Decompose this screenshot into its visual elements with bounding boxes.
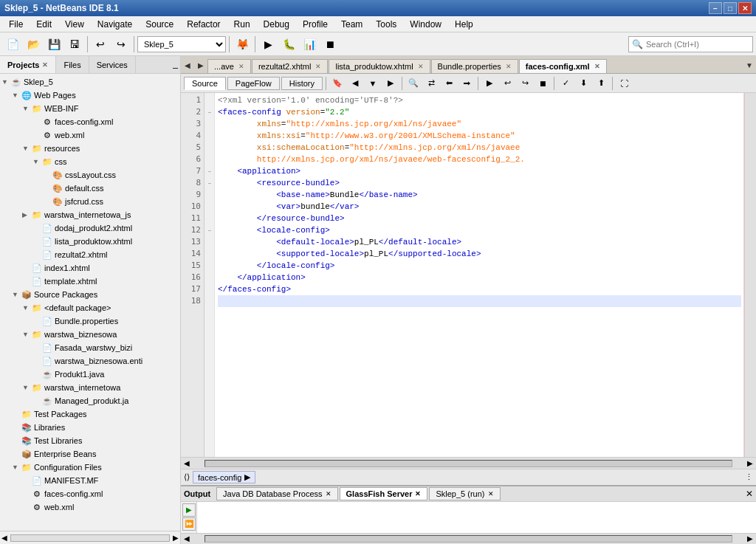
tree-item-16[interactable]: ▼📦Source Packages bbox=[1, 288, 179, 301]
tab-scroll-left[interactable]: ◀ bbox=[181, 57, 194, 73]
collapse-btn-12[interactable]: − bbox=[205, 224, 215, 236]
faces-bar-menu[interactable]: ⋮ bbox=[745, 472, 753, 482]
hscroll-track[interactable] bbox=[10, 534, 170, 542]
et-btn-5[interactable]: ⇄ bbox=[423, 76, 439, 91]
firefox-button[interactable]: 🦊 bbox=[233, 35, 252, 54]
hscroll-left[interactable]: ◀ bbox=[181, 459, 193, 467]
projects-tab-close[interactable]: ✕ bbox=[42, 61, 48, 69]
tree-item-24[interactable]: ☕Managed_produkt.ja bbox=[1, 394, 179, 407]
hscroll-right[interactable]: ▶ bbox=[744, 459, 756, 467]
history-tab[interactable]: History bbox=[281, 77, 323, 90]
menu-source[interactable]: Source bbox=[140, 18, 179, 31]
tree-item-21[interactable]: 📄warstwa_biznesowa.enti bbox=[1, 354, 179, 368]
tree-item-27[interactable]: 📚Test Libraries bbox=[1, 434, 179, 447]
et-btn-up[interactable]: ⬆ bbox=[593, 76, 609, 91]
tree-item-32[interactable]: ⚙web.xml bbox=[1, 500, 179, 514]
tree-item-3[interactable]: ⚙faces-config.xml bbox=[1, 115, 179, 128]
pageflow-tab[interactable]: PageFlow bbox=[227, 77, 280, 90]
sklep5-tab-close[interactable]: ✕ bbox=[488, 490, 494, 497]
et-btn-step[interactable]: ↩ bbox=[499, 76, 515, 91]
tree-item-23[interactable]: ▼📁warstwa_internetowa bbox=[1, 381, 179, 394]
tree-item-30[interactable]: 📄MANIFEST.MF bbox=[1, 474, 179, 487]
tree-item-9[interactable]: 🎨jsfcrud.css bbox=[1, 195, 179, 208]
et-btn-6[interactable]: ⬅ bbox=[441, 76, 457, 91]
search-input[interactable] bbox=[646, 40, 749, 49]
tree-item-8[interactable]: 🎨default.css bbox=[1, 182, 179, 195]
tree-item-7[interactable]: 🎨cssLayout.css bbox=[1, 168, 179, 182]
output-hscroll-left[interactable]: ◀ bbox=[181, 534, 193, 543]
et-btn-stop[interactable]: ⏹ bbox=[535, 76, 551, 91]
et-btn-check[interactable]: ✓ bbox=[557, 76, 574, 91]
et-btn-over[interactable]: ↪ bbox=[517, 76, 533, 91]
faces-config-tag[interactable]: faces-config ▶ bbox=[193, 471, 255, 483]
tab-rezultat2[interactable]: rezultat2.xhtml ✕ bbox=[252, 59, 329, 73]
et-btn-find[interactable]: 🔍 bbox=[405, 76, 422, 91]
open-button[interactable]: 📂 bbox=[24, 35, 43, 54]
et-btn-down[interactable]: ⬇ bbox=[575, 76, 591, 91]
output-hscroll[interactable]: ◀ ▶ bbox=[181, 533, 756, 544]
tab-ave-close[interactable]: ✕ bbox=[238, 63, 244, 70]
et-btn-expand[interactable]: ⛶ bbox=[616, 76, 632, 91]
debug-button[interactable]: 🐛 bbox=[279, 35, 298, 54]
maximize-button[interactable]: □ bbox=[724, 2, 737, 14]
tree-item-17[interactable]: ▼📁<default package> bbox=[1, 301, 179, 314]
minimize-button[interactable]: − bbox=[709, 2, 722, 14]
tree-item-5[interactable]: ▼📁resources bbox=[1, 142, 179, 155]
tree-item-10[interactable]: ▶📁warstwa_internetowa_js bbox=[1, 208, 179, 221]
menu-window[interactable]: Window bbox=[404, 18, 447, 31]
output-hscroll-right[interactable]: ▶ bbox=[744, 534, 756, 543]
undo-button[interactable]: ↩ bbox=[91, 35, 110, 54]
panel-collapse-btn[interactable]: _ bbox=[171, 56, 180, 73]
tabs-menu-btn[interactable]: ▼ bbox=[743, 57, 756, 73]
files-tab[interactable]: Files bbox=[56, 56, 89, 73]
services-tab[interactable]: Services bbox=[89, 56, 136, 73]
redo-button[interactable]: ↪ bbox=[111, 35, 131, 54]
tree-item-12[interactable]: 📄lista_produktow.xhtml bbox=[1, 235, 179, 248]
collapse-btn-2[interactable]: − bbox=[205, 106, 215, 118]
tree-item-11[interactable]: 📄dodaj_produkt2.xhtml bbox=[1, 221, 179, 235]
vertical-scrollbar[interactable] bbox=[744, 93, 756, 457]
source-tab[interactable]: Source bbox=[184, 77, 226, 90]
output-tab-javadb[interactable]: Java DB Database Process ✕ bbox=[216, 487, 338, 500]
stop-button[interactable]: ⏹ bbox=[320, 35, 340, 54]
tree-item-2[interactable]: ▼📁WEB-INF bbox=[1, 102, 179, 115]
tab-faces-config-close[interactable]: ✕ bbox=[594, 63, 600, 70]
tree-item-1[interactable]: ▼🌐Web Pages bbox=[1, 89, 179, 102]
tree-item-13[interactable]: 📄rezultat2.xhtml bbox=[1, 248, 179, 261]
save-all-button[interactable]: 🖫 bbox=[65, 35, 84, 54]
glassfish-tab-close[interactable]: ✕ bbox=[415, 490, 421, 497]
run-output-btn[interactable]: ▶ bbox=[182, 503, 196, 517]
output-close-btn[interactable]: ✕ bbox=[746, 489, 753, 499]
collapse-btn-8[interactable]: − bbox=[205, 177, 215, 189]
profile-button[interactable]: 📊 bbox=[300, 35, 319, 54]
projects-tab[interactable]: Projects ✕ bbox=[0, 56, 56, 73]
tab-bundle-close[interactable]: ✕ bbox=[506, 63, 512, 70]
new-file-button[interactable]: 📄 bbox=[3, 35, 22, 54]
et-btn-3[interactable]: ▼ bbox=[365, 76, 381, 91]
tree-item-14[interactable]: 📄index1.xhtml bbox=[1, 261, 179, 275]
scroll-left-btn[interactable]: ◀ bbox=[0, 534, 9, 542]
output-hscroll-track[interactable] bbox=[205, 535, 732, 543]
left-panel-hscroll[interactable]: ◀ ▶ bbox=[0, 531, 180, 544]
menu-debug[interactable]: Debug bbox=[258, 18, 295, 31]
close-button[interactable]: ✕ bbox=[738, 2, 752, 14]
tab-scroll-right[interactable]: ▶ bbox=[194, 57, 207, 73]
menu-tools[interactable]: Tools bbox=[370, 18, 402, 31]
menu-help[interactable]: Help bbox=[449, 18, 479, 31]
code-hscroll[interactable]: ◀ ▶ bbox=[181, 457, 756, 469]
et-btn-7[interactable]: ⮕ bbox=[458, 76, 475, 91]
project-selector[interactable]: Sklep_5 bbox=[137, 36, 226, 52]
tree-item-29[interactable]: ▼📁Configuration Files bbox=[1, 461, 179, 474]
menu-run[interactable]: Run bbox=[228, 18, 256, 31]
tab-rezultat2-close[interactable]: ✕ bbox=[315, 63, 321, 70]
tree-item-15[interactable]: 📄template.xhtml bbox=[1, 275, 179, 288]
tree-item-22[interactable]: ☕Produkt1.java bbox=[1, 368, 179, 381]
save-button[interactable]: 💾 bbox=[44, 35, 63, 54]
tree-item-6[interactable]: ▼📁css bbox=[1, 155, 179, 168]
tab-lista-produktow-close[interactable]: ✕ bbox=[418, 63, 424, 70]
collapse-btn-7[interactable]: − bbox=[205, 165, 215, 177]
tree-item-0[interactable]: ▼☕Sklep_5 bbox=[1, 75, 179, 89]
tab-bundle[interactable]: Bundle.properties ✕ bbox=[431, 59, 518, 73]
tree-item-20[interactable]: 📄Fasada_warstwy_bizi bbox=[1, 341, 179, 354]
tree-item-18[interactable]: 📄Bundle.properties bbox=[1, 314, 179, 328]
